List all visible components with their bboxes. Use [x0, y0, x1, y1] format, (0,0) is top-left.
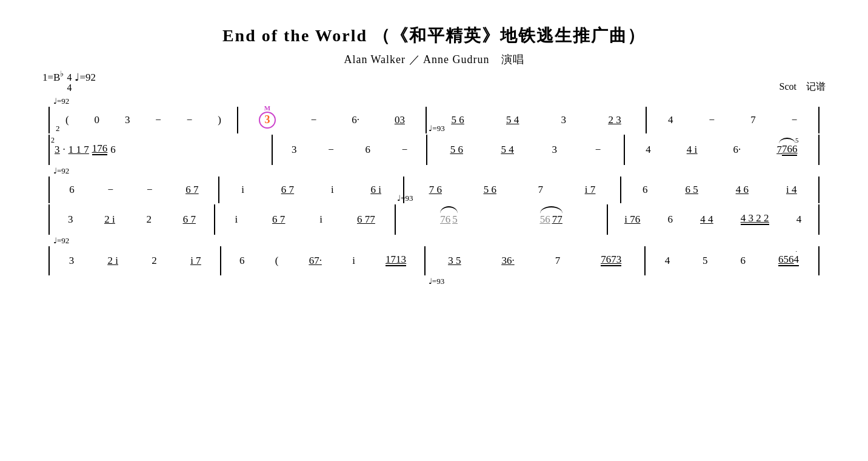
measure-4: 4 − 7 −	[647, 107, 818, 133]
note-6f: 6	[643, 184, 648, 196]
note-4b: 4	[646, 144, 651, 156]
note-35: 3 5	[448, 255, 461, 267]
measure-3c: 7 6 5 6 7 i 7	[404, 177, 619, 203]
note-2i2: 2 i	[107, 255, 118, 267]
note-556: 5	[452, 214, 458, 226]
note-paren2: (	[275, 255, 279, 267]
note-67d: 6 7	[272, 214, 285, 226]
measure-3d: 6 6 5 4 6 i 4	[621, 177, 818, 203]
repeat-num-2: 2	[51, 136, 55, 145]
note-dash6: −	[328, 144, 334, 156]
tempo-note-5: ♩=92	[53, 236, 69, 246]
note-3d: 3	[552, 144, 558, 156]
note-6i: 6	[741, 255, 746, 267]
note-766: 766	[782, 145, 798, 155]
note-i4b: i	[319, 214, 322, 226]
measure-3: 5 6 5 4 3 2 3	[427, 107, 646, 133]
note-76: 7 6	[429, 184, 442, 196]
note-56c: 5 6	[484, 184, 496, 196]
song-title: End of the World （《和平精英》地铁逃生推广曲）	[36, 24, 832, 47]
time-bottom: 4	[67, 82, 72, 93]
note-67b: 6 7	[281, 184, 294, 196]
note-117: 1 1 7	[68, 144, 89, 156]
note-7c: 7	[555, 255, 561, 267]
note-23: 2 3	[608, 114, 621, 126]
measure-2d: 4 4 i 6· 5 7766	[625, 135, 818, 165]
note-4d: 4	[665, 255, 670, 267]
note-6564: 6564·	[778, 255, 799, 266]
score-row-5: 3 2 i 2 i 7 6 ( 67· i 1713 3 5 3	[48, 246, 820, 275]
note-7766-inner: 7	[776, 144, 782, 156]
note-dash2: −	[187, 114, 193, 126]
tie-arc-4c1	[440, 206, 458, 214]
key-label: 1=B♭	[42, 69, 64, 84]
note-paren-close: )	[218, 114, 221, 126]
note-i1: i	[241, 184, 244, 196]
note-46: 4 6	[736, 184, 749, 196]
note-1713: 1713	[386, 255, 406, 266]
tempo-row-bottom: ♩=93	[53, 277, 820, 286]
note-4i: 4 i	[687, 144, 697, 156]
note-2b: 2	[152, 255, 157, 267]
note-2i: 2 i	[104, 214, 115, 226]
tempo-row-5: ♩=92	[53, 236, 820, 246]
note-36dot: 36·	[501, 255, 514, 267]
note-i4: i 4	[786, 184, 796, 196]
note-dash7: −	[402, 144, 408, 156]
tempo-note-0: ♩=92	[53, 96, 69, 106]
page: End of the World （《和平精英》地铁逃生推广曲） Alan Wa…	[0, 0, 868, 461]
note-6b: 6	[110, 144, 116, 156]
note-i7b: i 7	[190, 255, 201, 267]
note-4: 4	[668, 114, 673, 126]
note-6h: 6	[239, 255, 245, 267]
tie-group: 7766	[776, 144, 797, 156]
m-mark: M	[264, 104, 270, 112]
note-3-highlighted: 3 M	[259, 112, 276, 129]
note-677: 6 77	[357, 214, 375, 226]
note-4322: 4 3 2 2	[741, 214, 769, 224]
tempo-num-2: 2	[56, 124, 60, 133]
note-3dot1: 3	[55, 144, 60, 156]
note-i76: i 76	[624, 214, 640, 226]
measure-4a: 3 2 i 2 6 7	[50, 204, 214, 235]
tempo-row-2-left: 2	[56, 124, 60, 133]
score-row-3: 6 − − 6 7 i 6 7 i 6 i 7 6 5 6 7 i 7	[48, 177, 820, 203]
note-176: 176	[92, 144, 108, 155]
note-3f: 3	[69, 255, 75, 267]
row2-wrapper: 2 2 3· 1 1 7 176 6 3 −	[48, 135, 820, 165]
note-6e: 6	[69, 184, 75, 196]
measure-3b: i 6 7 i 6 i	[219, 177, 404, 203]
measure-5c: 3 5 36· 7 7673	[426, 246, 644, 275]
tempo-93-2: ♩=93	[397, 193, 413, 203]
note-3: 3	[125, 114, 130, 126]
note-6dot2: 6·	[733, 144, 741, 156]
dot-above-4: ·	[796, 249, 798, 255]
measure-2c: 5 6 5 4 3 −	[427, 135, 623, 165]
tied-group-4c2: 56 77	[540, 214, 563, 226]
tempo-note-bottom: ♩=93	[429, 277, 444, 286]
measure-5a: 3 2 i 2 i 7	[50, 246, 220, 275]
note-paren-open: (	[65, 114, 69, 126]
note-dash8: −	[595, 144, 601, 156]
measure-5b: 6 ( 67· i 1713	[221, 246, 424, 275]
measure-3a: 6 − − 6 7	[50, 177, 218, 203]
note-76b: 76	[440, 214, 450, 226]
meta-row: 1=B♭ 4 4 ♩=92 Scot 记谱	[36, 69, 832, 93]
note-4e: 4·	[794, 255, 800, 264]
note-7b: 7	[538, 184, 544, 196]
scribe-label: Scot 记谱	[780, 81, 826, 93]
note-67dot: 67·	[309, 255, 322, 267]
note-4c: 4	[796, 214, 802, 226]
note-dash4: −	[709, 114, 715, 126]
note-dash9: −	[108, 184, 114, 196]
tempo-row-0: ♩=92	[53, 96, 820, 106]
barline-tempo: ♩=93	[426, 135, 427, 165]
measure-5d: 4 5 6 6564·	[646, 246, 818, 275]
note-56d: 56	[540, 214, 550, 226]
measure-1: ( 0 3 − − )	[50, 107, 237, 133]
note-56: 5 6	[452, 114, 464, 126]
time-top: 4	[67, 72, 72, 83]
note-6g: 6	[668, 214, 673, 226]
note-i3: i	[235, 214, 238, 226]
measure-4c: 76 5 56 77	[396, 204, 606, 235]
